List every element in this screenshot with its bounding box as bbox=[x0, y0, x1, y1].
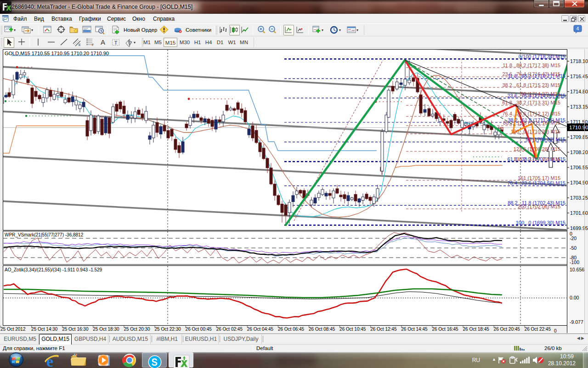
svg-text:26 Oct 16:45: 26 Oct 16:45 bbox=[432, 327, 458, 332]
svg-text:1713.15: 1713.15 bbox=[570, 104, 588, 109]
svg-text:26 Oct 20:45: 26 Oct 20:45 bbox=[494, 327, 520, 332]
svg-text:26 Oct 14:45: 26 Oct 14:45 bbox=[401, 327, 428, 332]
svg-text:F: F bbox=[92, 43, 94, 46]
svg-text:0/100 (1718.34) M15: 0/100 (1718.34) M15 bbox=[519, 54, 565, 59]
svg-text:61.8...38.2 (1713.31) M15: 61.8...38.2 (1713.31) M15 bbox=[502, 100, 560, 105]
svg-text:-9.077: -9.077 bbox=[570, 319, 583, 325]
svg-text:4: 4 bbox=[577, 26, 579, 31]
svg-text:26 Oct 12:45: 26 Oct 12:45 bbox=[370, 327, 397, 332]
svg-text:1714.80: 1714.80 bbox=[570, 89, 588, 94]
svg-text:-100: -100 bbox=[570, 259, 579, 265]
svg-text:1703.25: 1703.25 bbox=[570, 195, 588, 201]
svg-text:11.8...88.2 (1717.38) M15: 11.8...88.2 (1717.38) M15 bbox=[503, 63, 560, 68]
svg-text:50 (1714.27) M15: 50 (1714.27) M15 bbox=[520, 91, 560, 97]
svg-text:26 Oct 08:45: 26 Oct 08:45 bbox=[309, 327, 335, 332]
svg-text:25 Oct 16:30: 25 Oct 16:30 bbox=[62, 327, 89, 332]
svg-text:23.6...76.4 (1716.42) M15: 23.6...76.4 (1716.42) M15 bbox=[502, 71, 560, 77]
svg-text:76.4...23.6 (1712.12) M15: 76.4...23.6 (1712.12) M15 bbox=[502, 111, 560, 116]
svg-text:WPR_VSmark(21|55|77|277) -36,8: WPR_VSmark(21|55|77|277) -36,8812 bbox=[5, 232, 84, 237]
svg-text:1701.60: 1701.60 bbox=[570, 210, 588, 216]
svg-text:0.00: 0.00 bbox=[570, 295, 579, 300]
svg-text:1708.20: 1708.20 bbox=[570, 150, 588, 155]
svg-text:1699.95: 1699.95 bbox=[570, 225, 588, 231]
svg-text:76.4...23.6 (1704.56) M15: 76.4...23.6 (1704.56) M15 bbox=[507, 180, 565, 186]
svg-text:26 Oct 18:45: 26 Oct 18:45 bbox=[463, 327, 490, 332]
svg-text:e: e bbox=[46, 353, 53, 368]
svg-text:100...0 (1699.30) M15: 100...0 (1699.30) M15 bbox=[516, 220, 565, 225]
svg-text:1716.45: 1716.45 bbox=[570, 74, 588, 79]
svg-text:-50: -50 bbox=[570, 245, 577, 251]
svg-text:25 Oct 2012: 25 Oct 2012 bbox=[0, 327, 26, 332]
svg-text:0: 0 bbox=[554, 328, 557, 334]
svg-text:26 Oct 10:45: 26 Oct 10:45 bbox=[339, 327, 366, 332]
svg-text:A: A bbox=[101, 38, 105, 46]
svg-text:25 Oct 20:30: 25 Oct 20:30 bbox=[124, 327, 150, 332]
svg-text:1718.10: 1718.10 bbox=[570, 58, 588, 64]
svg-text:123.6 (1708.28) M15: 123.6 (1708.28) M15 bbox=[514, 146, 560, 152]
svg-text:100...0 (1710.20) M15: 100...0 (1710.20) M15 bbox=[511, 129, 560, 134]
svg-text:88.2...11.8 (1711.16) M15: 88.2...11.8 (1711.16) M15 bbox=[503, 120, 560, 126]
svg-text:25 Oct 18:30: 25 Oct 18:30 bbox=[93, 327, 119, 332]
svg-text:26 Oct 06:45: 26 Oct 06:45 bbox=[278, 327, 305, 332]
svg-text:1709.85: 1709.85 bbox=[570, 134, 588, 140]
svg-text:25 Oct 14:30: 25 Oct 14:30 bbox=[31, 327, 58, 332]
svg-text:GOLD,M15 1710.55 1710.95 1710: GOLD,M15 1710.55 1710.95 1710.20 1710.90 bbox=[5, 51, 109, 56]
svg-text:26 Oct 22:45: 26 Oct 22:45 bbox=[525, 327, 551, 332]
svg-text:1710.90: 1710.90 bbox=[569, 125, 588, 130]
svg-text:200 (1702.06) M15: 200 (1702.06) M15 bbox=[518, 204, 560, 209]
svg-text:T: T bbox=[114, 40, 118, 46]
svg-text:1704.90: 1704.90 bbox=[570, 180, 588, 185]
svg-text:26 Oct 00:45: 26 Oct 00:45 bbox=[186, 327, 212, 332]
svg-text:138.2 (1707.19) M15: 138.2 (1707.19) M15 bbox=[514, 156, 560, 162]
svg-text:25 Oct 22:30: 25 Oct 22:30 bbox=[155, 327, 181, 332]
svg-text:38.2...61.8 (1715.23) M15: 38.2...61.8 (1715.23) M15 bbox=[502, 82, 560, 88]
svg-text:AO_Zotik(3,34)/(21,55)/(34) -1: AO_Zotik(3,34)/(21,55)/(34) -1.911 0.943… bbox=[5, 267, 102, 272]
svg-text:E: E bbox=[79, 43, 81, 46]
svg-text:50 (1709.32) M15: 50 (1709.32) M15 bbox=[526, 137, 565, 142]
svg-text:161 (1705.17) M15: 161 (1705.17) M15 bbox=[518, 175, 560, 181]
svg-text:-20: -20 bbox=[570, 236, 577, 241]
svg-text:26 Oct 04:45: 26 Oct 04:45 bbox=[247, 327, 274, 332]
svg-text:26 Oct 02:45: 26 Oct 02:45 bbox=[216, 327, 243, 332]
svg-text:10.656: 10.656 bbox=[570, 267, 584, 272]
svg-text:1706.55: 1706.55 bbox=[570, 165, 588, 170]
